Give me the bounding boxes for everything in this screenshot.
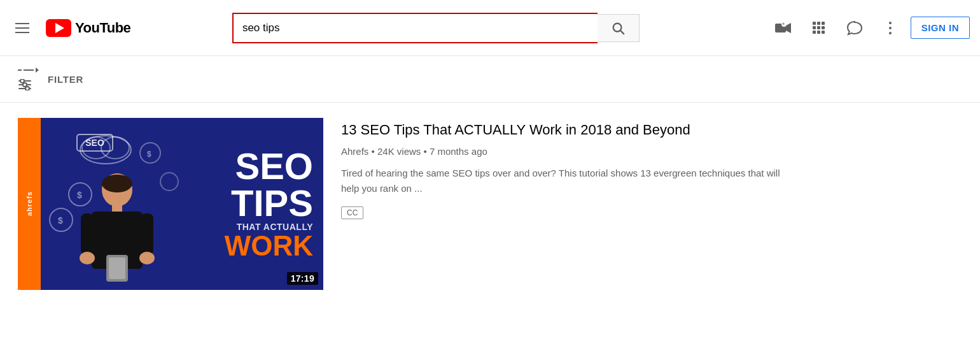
svg-marker-3	[786, 23, 791, 33]
filter-sliders-icon	[18, 79, 32, 90]
grid-icon	[813, 22, 825, 34]
notifications-button[interactable]	[839, 13, 870, 43]
search-input[interactable]	[234, 14, 598, 42]
hamburger-menu-button[interactable]	[10, 18, 34, 38]
youtube-logo[interactable]: YouTube	[46, 19, 130, 37]
thumbnail-main: $ $ $ $ SEO	[41, 118, 323, 290]
video-description: Tired of hearing the same SEO tips over …	[341, 166, 787, 196]
svg-point-33	[80, 252, 95, 264]
thumbnail-text: SEO TIPS THAT ACTUALLY WORK	[225, 148, 313, 260]
svg-rect-31	[81, 213, 94, 255]
svg-point-11	[23, 83, 27, 87]
thumbnail-background: ahrefs $ $ $	[18, 118, 323, 290]
meta-separator-1: •	[372, 146, 377, 157]
filter-bar: FILTER	[0, 56, 980, 103]
svg-text:$: $	[147, 150, 151, 159]
thumbnail-sidebar-text: ahrefs	[25, 191, 33, 216]
video-camera-icon: +	[775, 22, 792, 34]
video-uploaded: 7 months ago	[430, 146, 487, 157]
thumbnail-seo-text: SEO	[225, 148, 313, 185]
search-button[interactable]	[598, 14, 640, 42]
svg-point-7	[20, 79, 24, 83]
thumbnail-person	[66, 162, 168, 290]
chat-icon	[846, 20, 863, 36]
search-input-wrapper	[232, 13, 598, 43]
meta-separator-2: •	[424, 146, 430, 157]
more-dots-icon	[889, 22, 892, 34]
thumbnail-work-text: WORK	[225, 232, 313, 260]
svg-text:+: +	[782, 22, 785, 26]
svg-rect-36	[109, 257, 125, 279]
svg-point-28	[102, 175, 132, 192]
video-title[interactable]: 13 SEO Tips That ACTUALLY Work in 2018 a…	[341, 120, 962, 140]
more-options-button[interactable]	[875, 13, 906, 43]
svg-rect-32	[141, 213, 153, 255]
apps-button[interactable]	[804, 13, 834, 43]
content-area: ahrefs $ $ $	[0, 103, 980, 305]
svg-text:SEO: SEO	[85, 138, 104, 148]
svg-point-34	[139, 252, 155, 264]
thumbnail-sidebar: ahrefs	[18, 118, 41, 290]
video-channel[interactable]: Ahrefs	[341, 146, 368, 157]
youtube-wordmark: YouTube	[75, 20, 130, 36]
sign-in-button[interactable]: SIGN IN	[911, 17, 970, 39]
header-left: YouTube	[10, 18, 176, 38]
filter-icon	[18, 68, 39, 90]
cc-badge: CC	[341, 206, 363, 219]
svg-point-14	[101, 137, 129, 159]
upload-video-button[interactable]: +	[768, 13, 799, 43]
header-right: + SIGN IN	[753, 13, 970, 43]
thumbnail-tips-text: TIPS	[225, 185, 313, 222]
search-container	[232, 13, 640, 43]
header: YouTube +	[0, 0, 980, 56]
svg-point-9	[25, 87, 29, 90]
video-duration: 17:19	[287, 272, 318, 285]
youtube-icon	[46, 19, 71, 37]
filter-label: FILTER	[48, 74, 83, 85]
video-thumbnail[interactable]: ahrefs $ $ $	[18, 118, 323, 290]
video-info: 13 SEO Tips That ACTUALLY Work in 2018 a…	[341, 118, 962, 290]
svg-line-1	[621, 31, 624, 34]
svg-text:$: $	[58, 215, 63, 226]
search-icon	[611, 21, 625, 35]
video-views: 24K views	[377, 146, 421, 157]
video-meta: Ahrefs • 24K views • 7 months ago	[341, 146, 962, 157]
